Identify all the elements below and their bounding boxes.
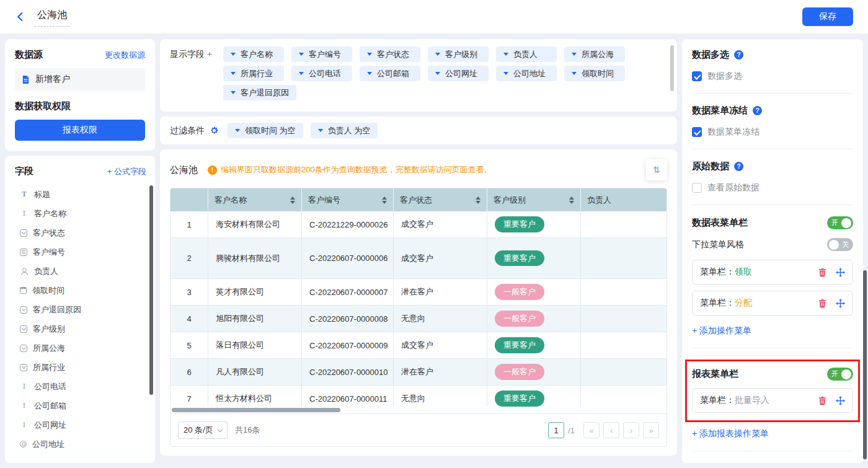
chevron-down-icon: [218, 426, 223, 431]
help-icon[interactable]: [734, 50, 743, 60]
display-field-tag-label: 所属公海: [582, 49, 614, 60]
cell-customer-code: C-20220607-0000010: [302, 359, 394, 386]
field-item[interactable]: 标题: [15, 185, 146, 204]
display-fields-scrollbar[interactable]: [670, 45, 674, 91]
formula-field-link[interactable]: + 公式字段: [107, 166, 146, 177]
table-menu-items: 菜单栏： 领取 菜单栏： 分配: [692, 260, 853, 316]
field-item[interactable]: 客户级别: [15, 319, 146, 338]
column-header[interactable]: 客户状态: [394, 188, 487, 211]
add-display-field-button[interactable]: +: [207, 49, 212, 59]
page-size-select[interactable]: 20 条/页: [178, 422, 228, 439]
level-badge: 一般客户: [495, 364, 544, 380]
table-row: 6 凡人有限公司 C-20220607-0000010 潜在客户 一般客户: [170, 359, 666, 386]
menu-item-prefix: 菜单栏：: [700, 267, 735, 278]
next-page-button[interactable]: ›: [623, 422, 639, 438]
field-item[interactable]: 领取时间: [15, 281, 146, 300]
move-icon[interactable]: [836, 396, 845, 405]
display-field-tag[interactable]: 公司邮箱: [360, 66, 420, 81]
back-button[interactable]: [15, 11, 26, 22]
page-number-input[interactable]: 1: [548, 422, 564, 438]
menu-bar-item[interactable]: 菜单栏： 批量导入: [692, 388, 853, 413]
display-field-tag[interactable]: 客户退回原因: [223, 85, 296, 100]
field-item[interactable]: 公司地址: [15, 435, 146, 454]
field-item[interactable]: 客户状态: [15, 223, 146, 242]
menu-bar-item[interactable]: 菜单栏： 分配: [692, 291, 853, 316]
filter-tags: 领取时间 为空 负责人 为空: [228, 123, 385, 142]
dropdown-style-toggle[interactable]: 关: [827, 238, 853, 251]
field-item[interactable]: 公司网址: [15, 415, 146, 435]
help-icon[interactable]: [734, 162, 743, 171]
report-permission-button[interactable]: 报表权限: [15, 120, 145, 141]
horizontal-scrollbar-thumb[interactable]: [172, 408, 340, 412]
column-header[interactable]: 客户级别: [487, 188, 581, 211]
help-icon[interactable]: [753, 106, 762, 115]
display-field-tag[interactable]: 所属公海: [564, 46, 625, 62]
move-icon[interactable]: [836, 268, 845, 277]
table-body: 1 海安材料有限公司 C-20221229-0000026 成交客户 重要客户: [170, 211, 666, 407]
field-item[interactable]: 客户编号: [15, 242, 146, 262]
cell-customer-code: C-20221229-0000026: [302, 211, 394, 238]
sort-carets-icon[interactable]: [378, 196, 387, 204]
settings-scrollbar[interactable]: [863, 270, 867, 459]
display-field-tag[interactable]: 公司电话: [291, 66, 352, 81]
sort-carets-icon[interactable]: [472, 196, 480, 204]
caret-down-icon: [235, 129, 240, 132]
column-header-label: 负责人: [587, 195, 611, 206]
column-header[interactable]: 客户名称: [208, 188, 302, 211]
field-type-icon: [20, 210, 29, 218]
sort-carets-icon[interactable]: [565, 196, 574, 204]
menu-freeze-checkbox[interactable]: [692, 127, 702, 137]
menu-bar-item[interactable]: 菜单栏： 领取: [692, 260, 853, 285]
field-type-icon: [20, 267, 29, 276]
display-field-tag[interactable]: 客户级别: [428, 46, 489, 62]
field-item[interactable]: 负责人: [15, 262, 146, 281]
column-header-label: 客户编号: [308, 195, 340, 206]
multi-select-checkbox[interactable]: [692, 71, 702, 81]
sort-carets-icon[interactable]: [286, 196, 295, 204]
trash-icon[interactable]: [818, 299, 827, 308]
move-icon[interactable]: [836, 299, 845, 308]
filter-tag[interactable]: 负责人 为空: [311, 123, 378, 138]
trash-icon[interactable]: [818, 268, 827, 277]
display-field-tag[interactable]: 客户编号: [291, 46, 352, 62]
field-item[interactable]: 客户退回原因: [15, 300, 146, 319]
prev-page-button[interactable]: ‹: [603, 422, 619, 438]
trash-icon[interactable]: [818, 396, 827, 405]
fields-scrollbar[interactable]: [149, 185, 153, 395]
change-datasource-link[interactable]: 更改数据源: [105, 50, 145, 61]
table-menu-toggle[interactable]: 开: [827, 216, 853, 229]
display-field-tag[interactable]: 公司网址: [428, 66, 489, 81]
add-menu-link[interactable]: + 添加操作菜单: [692, 325, 751, 337]
display-field-tag[interactable]: 负责人: [496, 46, 557, 62]
field-item[interactable]: 所属公海: [15, 338, 146, 358]
first-page-button[interactable]: «: [583, 422, 600, 438]
display-field-tag[interactable]: 领取时间: [564, 66, 625, 81]
column-header[interactable]: 负责人: [581, 188, 666, 211]
field-item[interactable]: 公司邮箱: [15, 396, 146, 415]
datasource-item[interactable]: 新增客户: [15, 68, 145, 91]
last-page-button[interactable]: »: [643, 422, 659, 438]
column-header[interactable]: 客户编号: [302, 188, 394, 211]
filter-tag[interactable]: 领取时间 为空: [228, 123, 303, 138]
raw-data-checkbox[interactable]: [692, 183, 702, 193]
field-item[interactable]: 客户名称: [15, 204, 146, 223]
display-field-tag-label: 负责人: [513, 49, 538, 60]
field-item[interactable]: 联系人信息: [15, 454, 146, 458]
display-field-tag[interactable]: 公司地址: [496, 66, 557, 81]
filter-tag-label: 领取时间 为空: [245, 125, 296, 136]
fields-heading: 字段: [15, 166, 33, 177]
sort-order-button[interactable]: ⇅: [646, 159, 667, 180]
add-report-menu-link[interactable]: + 添加报表操作菜单: [692, 428, 769, 439]
cell-owner: [581, 359, 666, 386]
display-field-tag[interactable]: 所属行业: [223, 66, 284, 81]
display-field-tag[interactable]: 客户状态: [360, 46, 420, 62]
cell-owner: [581, 306, 666, 332]
level-badge: 重要客户: [495, 250, 544, 267]
save-button[interactable]: 保存: [802, 7, 853, 26]
report-menu-toggle[interactable]: 开: [827, 368, 853, 381]
permission-heading: 数据获取权限: [15, 100, 145, 112]
display-field-tag[interactable]: 客户名称: [223, 46, 284, 62]
field-item[interactable]: 公司电话: [15, 377, 146, 396]
gear-icon[interactable]: [210, 126, 219, 135]
field-item[interactable]: 所属行业: [15, 358, 146, 377]
